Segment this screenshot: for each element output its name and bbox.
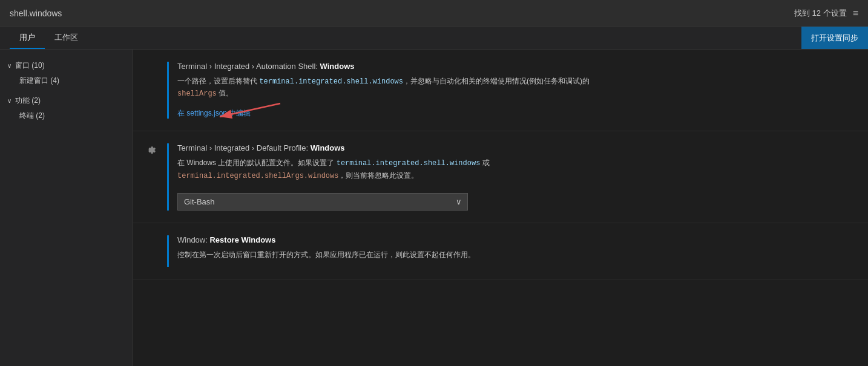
automation-shell-title: Terminal › Integrated › Automation Shell…	[177, 62, 844, 71]
sidebar-item-terminal[interactable]: 终端 (2)	[0, 108, 133, 123]
gear-placeholder	[145, 62, 160, 119]
sidebar-item-new-window[interactable]: 新建窗口 (4)	[0, 73, 133, 88]
code-shell-windows: terminal.integrated.shell.windows	[259, 77, 403, 86]
edit-settings-json-link[interactable]: 在 settings.json 中编辑	[177, 108, 251, 119]
automation-shell-desc: 一个路径，设置后将替代 terminal.integrated.shell.wi…	[177, 76, 844, 100]
main-layout: ∨ 窗口 (10) 新建窗口 (4) ∨ 功能 (2) 终端 (2) Termi…	[0, 50, 868, 366]
automation-shell-body: Terminal › Integrated › Automation Shell…	[167, 62, 844, 119]
tab-user[interactable]: 用户	[10, 27, 45, 49]
sidebar: ∨ 窗口 (10) 新建窗口 (4) ∨ 功能 (2) 终端 (2)	[0, 50, 133, 366]
sidebar-section-features: ∨ 功能 (2) 终端 (2)	[0, 91, 133, 126]
tab-workspace[interactable]: 工作区	[45, 27, 88, 49]
filter-icon[interactable]: ≡	[853, 8, 858, 19]
search-result-area: 找到 12 个设置 ≡	[794, 8, 858, 19]
default-profile-desc: 在 Windows 上使用的默认配置文件。如果设置了 terminal.inte…	[177, 157, 844, 181]
default-profile-title: Terminal › Integrated › Default Profile:…	[177, 143, 844, 152]
arrow-container: 在 settings.json 中编辑	[177, 106, 844, 119]
profile-dropdown-wrapper: Git-Bash PowerShell Command Prompt WSL	[177, 193, 468, 211]
restore-windows-desc: 控制在第一次启动后窗口重新打开的方式。如果应用程序已在运行，则此设置不起任何作用…	[177, 249, 844, 261]
gear-icon-default-profile[interactable]	[145, 143, 160, 210]
search-result-count: 找到 12 个设置	[794, 8, 847, 19]
tab-bar: 用户 工作区 打开设置同步	[0, 27, 868, 50]
open-settings-sync-button[interactable]: 打开设置同步	[801, 27, 868, 49]
code-shell-args: shellArgs	[177, 90, 217, 98]
chevron-down-icon-features: ∨	[7, 97, 12, 104]
sidebar-group-features-label: 功能 (2)	[15, 96, 41, 106]
code-shell-args-windows: terminal.integrated.shellArgs.windows	[177, 172, 338, 180]
setting-automation-shell: Terminal › Integrated › Automation Shell…	[133, 50, 868, 131]
restore-windows-title: Window: Restore Windows	[177, 235, 844, 244]
default-profile-dropdown[interactable]: Git-Bash PowerShell Command Prompt WSL	[177, 193, 468, 211]
sidebar-group-features[interactable]: ∨ 功能 (2)	[0, 93, 133, 108]
settings-content: Terminal › Integrated › Automation Shell…	[133, 50, 868, 366]
search-bar: shell.windows 找到 12 个设置 ≡	[0, 0, 868, 27]
setting-default-profile: Terminal › Integrated › Default Profile:…	[133, 131, 868, 223]
sidebar-group-window[interactable]: ∨ 窗口 (10)	[0, 58, 133, 73]
sidebar-section-window: ∨ 窗口 (10) 新建窗口 (4)	[0, 56, 133, 91]
sidebar-group-window-label: 窗口 (10)	[15, 60, 45, 71]
restore-windows-body: Window: Restore Windows 控制在第一次启动后窗口重新打开的…	[167, 235, 844, 267]
restore-windows-gear-placeholder	[145, 235, 160, 267]
chevron-down-icon: ∨	[7, 62, 12, 69]
code-integrated-shell: terminal.integrated.shell.windows	[337, 159, 481, 168]
search-input[interactable]: shell.windows	[10, 8, 794, 18]
setting-restore-windows: Window: Restore Windows 控制在第一次启动后窗口重新打开的…	[133, 223, 868, 279]
default-profile-body: Terminal › Integrated › Default Profile:…	[167, 143, 844, 210]
